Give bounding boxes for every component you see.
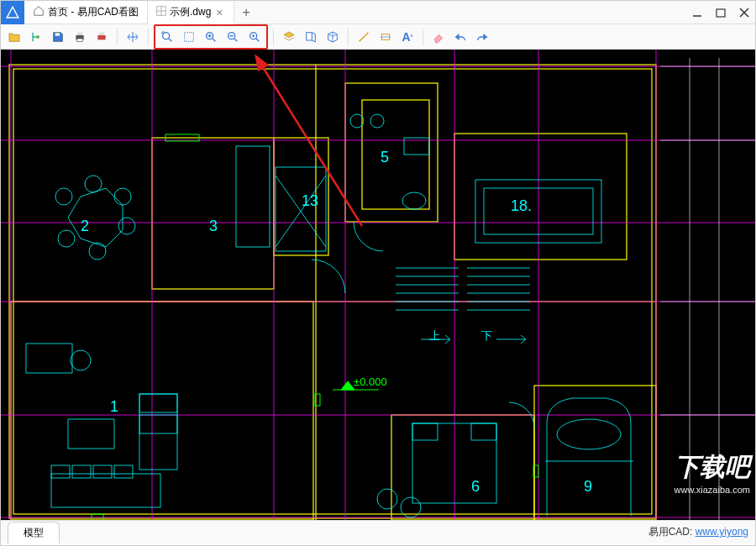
room-label: 9 <box>584 478 592 496</box>
svg-rect-11 <box>77 39 83 41</box>
new-tab-button[interactable]: + <box>234 5 259 20</box>
svg-point-59 <box>114 188 131 205</box>
toolbar: A¹ <box>1 24 755 50</box>
room-label: 3 <box>209 218 218 235</box>
svg-rect-64 <box>51 465 70 478</box>
svg-rect-33 <box>152 138 274 289</box>
window-controls <box>690 1 752 24</box>
svg-point-83 <box>370 114 384 128</box>
zoom-in-button[interactable] <box>201 27 221 47</box>
svg-point-80 <box>402 192 426 209</box>
model-button[interactable] <box>301 27 321 47</box>
footer-app-name: 易用CAD: <box>648 526 693 538</box>
tab-file[interactable]: 示例.dwg × <box>148 2 234 24</box>
maximize-button[interactable] <box>713 5 728 20</box>
room-label: 1 <box>110 398 118 416</box>
minimize-button[interactable] <box>690 5 705 20</box>
svg-rect-70 <box>139 415 177 433</box>
pan-button[interactable] <box>123 27 143 47</box>
svg-point-99 <box>377 489 397 509</box>
svg-rect-27 <box>307 32 312 39</box>
stair-up-label: 上 <box>429 328 440 344</box>
svg-point-73 <box>71 350 91 370</box>
svg-rect-98 <box>471 423 496 440</box>
svg-line-25 <box>256 39 259 41</box>
svg-rect-8 <box>55 33 60 35</box>
tab-home[interactable]: 首页 - 易用CAD看图 <box>24 1 148 24</box>
svg-rect-16 <box>185 32 194 41</box>
svg-rect-69 <box>139 394 177 412</box>
close-icon[interactable]: × <box>214 6 224 19</box>
print-button[interactable] <box>70 27 90 47</box>
zoom-extents-button[interactable] <box>157 27 177 47</box>
print2-button[interactable] <box>92 27 112 47</box>
grid-icon <box>156 6 166 18</box>
svg-point-61 <box>89 243 106 260</box>
svg-point-101 <box>557 419 621 449</box>
room-label: 6 <box>471 478 480 496</box>
home-icon <box>33 5 45 19</box>
room-label: 18. <box>511 197 532 215</box>
svg-rect-63 <box>51 474 160 507</box>
svg-point-58 <box>85 176 102 192</box>
room-label: 5 <box>381 149 389 166</box>
svg-rect-105 <box>92 514 103 520</box>
titlebar: 首页 - 易用CAD看图 示例.dwg × + <box>1 1 755 24</box>
measure-area-button[interactable] <box>375 27 396 47</box>
separator <box>348 29 349 45</box>
svg-rect-71 <box>68 419 114 449</box>
erase-button[interactable] <box>428 27 449 47</box>
svg-rect-32 <box>13 69 652 514</box>
tab-file-label: 示例.dwg <box>170 5 211 19</box>
svg-rect-39 <box>391 415 534 520</box>
tab-home-label: 首页 - 易用CAD看图 <box>48 5 139 19</box>
measure-line-button[interactable] <box>354 27 374 47</box>
svg-point-26 <box>252 34 255 37</box>
svg-rect-38 <box>11 302 313 520</box>
window-close-button[interactable] <box>737 5 752 20</box>
room-label: 2 <box>81 218 89 235</box>
text-button[interactable]: A¹ <box>397 27 417 47</box>
3d-button[interactable] <box>323 27 343 47</box>
svg-point-60 <box>118 218 135 234</box>
separator <box>148 29 149 45</box>
svg-rect-31 <box>9 65 656 518</box>
svg-point-57 <box>55 188 72 205</box>
svg-point-62 <box>58 230 75 247</box>
save-button[interactable] <box>48 27 68 47</box>
undo-button[interactable] <box>450 27 470 47</box>
layers-button[interactable] <box>279 27 299 47</box>
svg-rect-72 <box>26 344 72 373</box>
svg-line-18 <box>213 39 215 41</box>
svg-rect-67 <box>114 465 133 478</box>
footer: 模型 易用CAD: www.yiyong <box>1 520 755 543</box>
drawing-canvas[interactable]: 1 2 3 5 6 9 13 18. ±0.000 上 下 下载吧 www.xi… <box>1 50 755 520</box>
folder-tree-button[interactable] <box>26 27 46 47</box>
room-label: 13 <box>302 192 318 210</box>
svg-rect-12 <box>97 35 105 39</box>
zoom-out-button[interactable] <box>223 27 243 47</box>
svg-rect-74 <box>236 146 270 247</box>
svg-rect-65 <box>72 465 91 478</box>
open-button[interactable] <box>4 27 24 47</box>
svg-rect-13 <box>99 32 105 34</box>
floorplan-svg <box>1 50 755 520</box>
model-tab[interactable]: 模型 <box>8 522 60 543</box>
svg-rect-10 <box>77 32 83 34</box>
svg-point-7 <box>36 35 39 39</box>
svg-rect-4 <box>717 9 725 17</box>
footer-credit: 易用CAD: www.yiyong <box>648 525 748 539</box>
separator <box>117 29 118 45</box>
zoom-tool-group <box>154 24 268 50</box>
zoom-realtime-button[interactable] <box>244 27 265 47</box>
svg-rect-97 <box>412 423 438 440</box>
svg-rect-35 <box>345 83 438 222</box>
elevation-label: ±0.000 <box>354 375 387 388</box>
redo-button[interactable] <box>472 27 492 47</box>
separator <box>423 29 423 45</box>
footer-link[interactable]: www.yiyong <box>696 526 748 538</box>
stair-down-label: 下 <box>481 328 492 344</box>
svg-rect-37 <box>454 134 627 260</box>
zoom-window-button[interactable] <box>179 27 199 47</box>
svg-rect-68 <box>139 394 177 470</box>
